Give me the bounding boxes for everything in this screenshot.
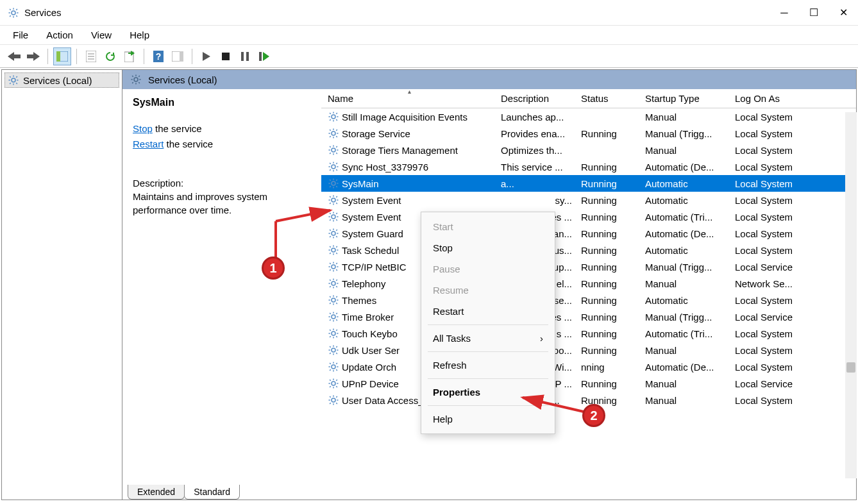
service-row[interactable]: UPnP DevicenP ...RunningManualLocal Serv… [321,375,856,392]
gear-icon [328,378,339,389]
service-startup: Automatic [639,294,728,307]
service-logon: Local System [728,244,818,257]
service-logon: Local System [728,177,818,190]
service-desc: sy... [494,194,575,207]
service-name: Task Schedul [342,245,399,256]
service-startup: Manual [639,110,728,124]
export-button[interactable] [121,47,139,65]
svg-point-28 [332,281,335,285]
service-row[interactable]: User Data Access_3379976Provides ap...Ru… [321,392,856,408]
service-row[interactable]: Task Schedulus...RunningAutomaticLocal S… [321,242,856,258]
tab-extended[interactable]: Extended [128,485,185,500]
column-log-on-as[interactable]: Log On As [728,89,818,108]
tree-root[interactable]: Services (Local) [4,72,119,88]
ctx-properties[interactable]: Properties [421,382,555,403]
ctx-stop[interactable]: Stop [421,237,555,258]
service-row[interactable]: System Eventes ...RunningAutomatic (Tri.… [321,208,856,225]
service-row[interactable]: Udk User Seroo...RunningManualLocal Syst… [321,342,856,358]
column-name[interactable]: Name▴ [321,89,494,108]
service-row[interactable]: Telephonyel...RunningManualNetwork Se... [321,275,856,292]
action-pane-button[interactable] [169,47,187,65]
gear-icon [328,178,339,189]
ctx-help[interactable]: Help [421,408,555,430]
service-row[interactable]: Storage ServiceProvides ena...RunningMan… [321,125,856,142]
refresh-button[interactable] [101,47,119,65]
svg-point-17 [134,78,138,81]
pause-service-button[interactable] [236,47,254,65]
ctx-restart[interactable]: Restart [421,301,555,322]
service-desc: Optimizes th... [494,144,575,157]
service-status: Running [575,377,639,391]
service-logon: Local System [728,194,818,207]
column-description[interactable]: Description [494,89,575,108]
service-startup: Automatic [639,177,728,190]
help-button[interactable]: ? [149,47,167,65]
service-row[interactable]: SysMaina...RunningAutomaticLocal System [321,175,856,192]
svg-point-31 [332,332,335,335]
column-startup-type[interactable]: Startup Type [639,89,728,108]
svg-point-20 [332,148,335,152]
svg-point-35 [332,398,335,402]
service-startup: Manual (Trigg... [639,260,728,274]
menu-view[interactable]: View [83,27,119,43]
service-row[interactable]: Update OrchWi...nningAutomatic (De...Loc… [321,358,856,375]
stop-service-button[interactable] [217,47,235,65]
service-row[interactable]: System Guardan...RunningAutomatic (De...… [321,225,856,242]
menu-help[interactable]: Help [122,27,157,43]
gear-icon [328,211,339,223]
menu-file[interactable]: File [5,27,36,43]
service-startup: Manual (Trigg... [639,127,728,140]
service-status: Running [575,244,639,257]
service-row[interactable]: Sync Host_3379976This service ...Running… [321,158,856,175]
ctx-all-tasks[interactable]: All Tasks› [421,328,555,349]
export-list-button[interactable] [82,47,100,65]
svg-point-21 [332,165,335,169]
svg-point-30 [332,315,335,319]
service-name: Storage Tiers Management [342,145,458,156]
service-row[interactable]: Time Brokeres ...RunningManual (Trigg...… [321,308,856,325]
service-logon: Local Service [728,377,818,391]
chevron-right-icon: › [540,333,543,344]
back-button[interactable] [5,47,23,65]
column-status[interactable]: Status [575,89,639,108]
show-hide-tree-button[interactable] [53,47,71,65]
stop-service-link[interactable]: Stop [133,123,153,134]
ctx-refresh[interactable]: Refresh [421,355,555,376]
service-row[interactable]: Storage Tiers ManagementOptimizes th...M… [321,142,856,158]
service-logon: Local System [728,110,818,124]
scrollbar[interactable] [845,112,857,478]
service-startup: Automatic [639,244,728,257]
close-button[interactable]: ✕ [829,0,858,26]
forward-button[interactable] [24,47,42,65]
detail-pane: SysMain Stop the service Restart the ser… [122,89,321,500]
menu-action[interactable]: Action [38,27,81,43]
gear-icon [328,344,339,356]
service-row[interactable]: System Eventsy...RunningAutomaticLocal S… [321,192,856,208]
service-row[interactable]: TCP/IP NetBICup...RunningManual (Trigg..… [321,258,856,275]
service-status [575,115,639,118]
svg-point-24 [332,215,335,219]
restart-service-button[interactable] [255,47,273,65]
maximize-button[interactable]: ☐ [799,0,829,26]
service-row[interactable]: Themesse...RunningAutomaticLocal System [321,292,856,308]
restart-service-link[interactable]: Restart [133,139,164,149]
service-status: Running [575,294,639,307]
scrollbar-thumb[interactable] [846,362,855,373]
svg-point-0 [12,11,15,15]
service-name: UPnP Device [342,378,399,389]
service-row[interactable]: Still Image Acquisition EventsLaunches a… [321,108,856,125]
tab-standard[interactable]: Standard [184,485,240,500]
sort-arrow-icon: ▴ [408,89,411,95]
service-row[interactable]: Touch Keybos ...RunningAutomatic (Tri...… [321,325,856,342]
minimize-button[interactable]: ─ [770,0,799,26]
service-desc: a... [494,177,575,190]
service-status: Running [575,160,639,174]
service-logon: Local System [728,344,818,357]
start-service-button[interactable] [198,47,215,65]
service-startup: Automatic (De... [639,160,728,174]
svg-point-23 [332,198,335,202]
gear-icon [328,244,339,256]
gear-icon [328,261,339,273]
gear-icon [328,278,339,289]
svg-point-27 [332,265,335,269]
